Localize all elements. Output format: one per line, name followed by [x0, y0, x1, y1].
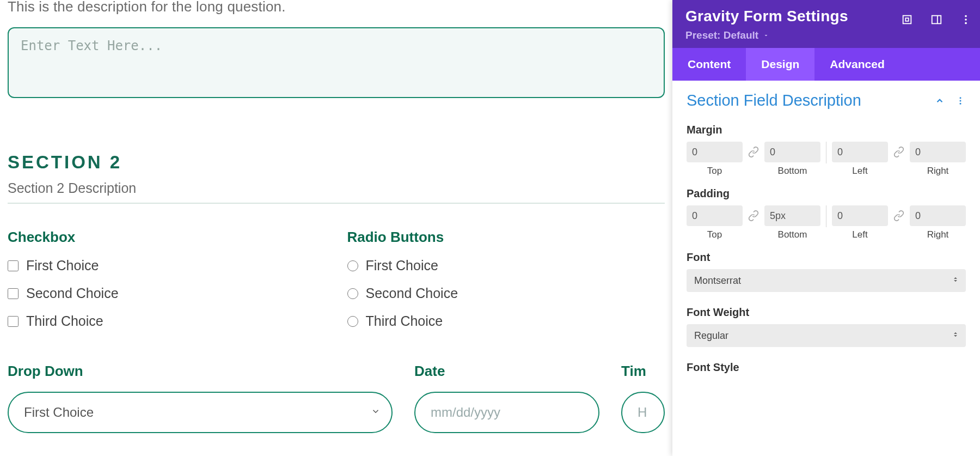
padding-right-sublabel: Right — [910, 229, 966, 240]
radio-item-label: Second Choice — [366, 285, 458, 301]
section-divider — [8, 203, 665, 204]
preset-dropdown[interactable]: Preset: Default — [685, 29, 769, 41]
svg-rect-0 — [903, 16, 911, 24]
margin-right-sublabel: Right — [910, 166, 966, 177]
svg-point-6 — [965, 22, 967, 25]
margin-label: Margin — [687, 124, 966, 136]
padding-top-input[interactable] — [687, 205, 743, 226]
divider — [826, 142, 826, 163]
padding-bottom-input[interactable] — [764, 205, 820, 226]
font-weight-value: Regular — [694, 330, 728, 342]
panel-tabs: Content Design Advanced — [672, 48, 980, 81]
group-title[interactable]: Section Field Description — [687, 92, 861, 110]
checkbox-label: Checkbox — [8, 229, 326, 246]
long-question-textarea[interactable] — [8, 27, 665, 98]
checkbox-item[interactable]: Third Choice — [8, 313, 326, 329]
radio-item[interactable]: First Choice — [347, 258, 665, 273]
tab-advanced[interactable]: Advanced — [814, 48, 899, 81]
expand-icon[interactable] — [901, 13, 914, 26]
padding-left-sublabel: Left — [832, 229, 888, 240]
section-2-description: Section 2 Description — [8, 180, 665, 196]
tab-content[interactable]: Content — [672, 48, 746, 81]
margin-top-input[interactable] — [687, 142, 743, 162]
link-icon[interactable] — [891, 205, 906, 226]
radio-item-label: Third Choice — [366, 313, 443, 329]
section-2-title: SECTION 2 — [8, 152, 665, 173]
checkbox-input[interactable] — [8, 316, 19, 327]
radio-label: Radio Buttons — [347, 229, 665, 246]
margin-top-sublabel: Top — [687, 166, 743, 177]
panel-body: Section Field Description Margin Top — [672, 81, 980, 456]
more-vertical-icon[interactable] — [959, 13, 972, 26]
link-icon[interactable] — [746, 205, 761, 226]
radio-input[interactable] — [347, 288, 358, 299]
radio-item[interactable]: Second Choice — [347, 285, 665, 301]
margin-left-sublabel: Left — [832, 166, 888, 177]
time-label: Tim — [621, 363, 665, 380]
svg-point-5 — [965, 19, 967, 21]
font-weight-select[interactable]: Regular — [687, 324, 966, 347]
checkbox-item-label: Second Choice — [26, 285, 119, 301]
svg-point-8 — [960, 100, 961, 101]
margin-bottom-input[interactable] — [764, 142, 820, 162]
dropdown-value: First Choice — [24, 405, 94, 420]
padding-label: Padding — [687, 187, 966, 200]
more-vertical-icon[interactable] — [955, 95, 966, 106]
caret-down-icon — [763, 32, 769, 39]
date-label: Date — [414, 363, 599, 380]
margin-left-input[interactable] — [832, 142, 888, 162]
font-select[interactable]: Montserrat — [687, 269, 966, 292]
svg-rect-2 — [932, 16, 941, 24]
sort-icon — [952, 275, 959, 287]
svg-point-7 — [960, 97, 961, 99]
dropdown-label: Drop Down — [8, 363, 393, 380]
form-canvas: This is the description for the long que… — [0, 0, 672, 456]
link-icon[interactable] — [891, 142, 906, 162]
radio-input[interactable] — [347, 316, 358, 327]
preset-label: Preset: Default — [685, 29, 758, 41]
padding-right-input[interactable] — [910, 205, 966, 226]
long-question-description: This is the description for the long que… — [8, 0, 665, 15]
checkbox-item-label: Third Choice — [26, 313, 103, 329]
padding-top-sublabel: Top — [687, 229, 743, 240]
tab-design[interactable]: Design — [746, 48, 814, 81]
radio-item-label: First Choice — [366, 258, 438, 273]
sort-icon — [952, 330, 959, 342]
divider — [826, 205, 826, 227]
checkbox-input[interactable] — [8, 260, 19, 271]
font-label: Font — [687, 251, 966, 264]
settings-panel: Gravity Form Settings Preset: Default Co… — [672, 0, 980, 456]
font-style-label: Font Style — [687, 361, 966, 374]
radio-input[interactable] — [347, 260, 358, 271]
dropdown-select[interactable]: First Choice — [8, 392, 393, 433]
panel-header: Gravity Form Settings Preset: Default — [672, 0, 980, 48]
date-input[interactable] — [414, 392, 599, 433]
dock-icon[interactable] — [930, 13, 943, 26]
radio-item[interactable]: Third Choice — [347, 313, 665, 329]
link-icon[interactable] — [746, 142, 761, 162]
padding-bottom-sublabel: Bottom — [764, 229, 820, 240]
checkbox-item[interactable]: Second Choice — [8, 285, 326, 301]
checkbox-item[interactable]: First Choice — [8, 258, 326, 273]
time-input[interactable] — [621, 392, 665, 433]
collapse-icon[interactable] — [934, 95, 945, 106]
checkbox-item-label: First Choice — [26, 258, 99, 273]
font-weight-label: Font Weight — [687, 306, 966, 319]
margin-bottom-sublabel: Bottom — [764, 166, 820, 177]
font-value: Montserrat — [694, 275, 741, 287]
svg-rect-1 — [905, 18, 909, 21]
svg-point-9 — [960, 102, 961, 104]
padding-left-input[interactable] — [832, 205, 888, 226]
svg-point-4 — [965, 15, 967, 17]
margin-right-input[interactable] — [910, 142, 966, 162]
checkbox-input[interactable] — [8, 288, 19, 299]
